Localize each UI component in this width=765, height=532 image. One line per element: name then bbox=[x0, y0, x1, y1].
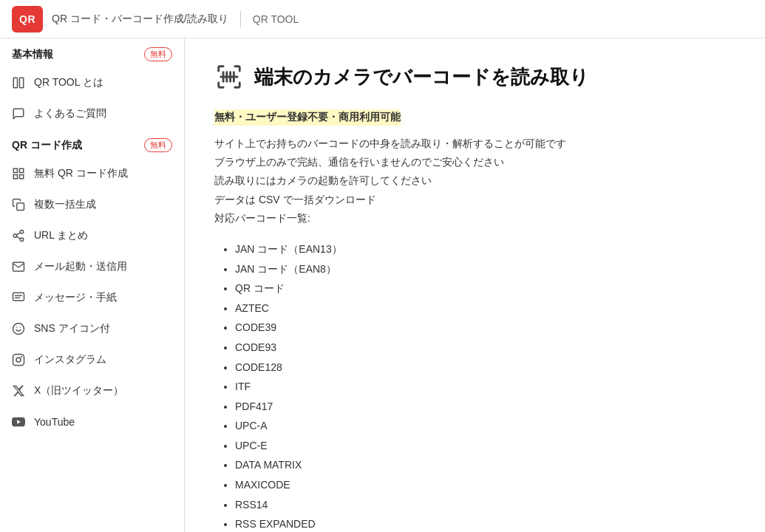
sidebar-item-x-twitter[interactable]: X（旧ツイッター） bbox=[0, 375, 184, 406]
header-divider bbox=[240, 11, 241, 27]
sidebar-item-sns-icon[interactable]: SNS アイコン付 bbox=[0, 313, 184, 344]
barcode-list-item: CODE93 bbox=[235, 338, 735, 358]
sidebar-item-what-is-qrtool[interactable]: QR TOOL とは bbox=[0, 67, 184, 98]
header-title: QR コード・バーコード作成/読み取り bbox=[52, 13, 228, 26]
book-icon bbox=[10, 75, 27, 91]
chat-icon bbox=[10, 106, 27, 122]
badge-free-basic: 無料 bbox=[144, 47, 172, 61]
barcode-list-item: PDF417 bbox=[235, 397, 735, 417]
barcode-scan-icon bbox=[214, 62, 244, 92]
barcode-list-item: QR コード bbox=[235, 279, 735, 299]
main-content: 端末のカメラでバーコードを読み取り 無料・ユーザー登録不要・商用利用可能 サイト… bbox=[185, 38, 765, 532]
grid-icon bbox=[10, 166, 27, 182]
sidebar-label-bulk-create: 複数一括生成 bbox=[34, 198, 96, 211]
sidebar-label-email: メール起動・送信用 bbox=[34, 260, 127, 273]
youtube-icon bbox=[10, 414, 27, 430]
description-block: サイト上でお持ちのバーコードの中身を読み取り・解析することが可能ですブラウザ上の… bbox=[214, 134, 735, 228]
sidebar-item-message[interactable]: メッセージ・手紙 bbox=[0, 282, 184, 313]
description-line: データは CSV で一括ダウンロード bbox=[214, 191, 735, 209]
header: QR QR コード・バーコード作成/読み取り QR TOOL bbox=[0, 0, 765, 38]
share-icon bbox=[10, 228, 27, 244]
svg-point-19 bbox=[16, 358, 21, 362]
instagram-icon bbox=[10, 352, 27, 368]
svg-rect-1 bbox=[20, 78, 24, 88]
sidebar: 基本情報 無料 QR TOOL とは よくあるご質問 QR コード作成 無料 bbox=[0, 38, 185, 532]
page-title: 端末のカメラでバーコードを読み取り bbox=[254, 64, 589, 90]
barcode-list-item: UPC-A bbox=[235, 416, 735, 436]
sidebar-label-url-collect: URL まとめ bbox=[34, 229, 88, 242]
sidebar-item-free-qr[interactable]: 無料 QR コード作成 bbox=[0, 158, 184, 189]
barcode-list-item: JAN コード（EAN8） bbox=[235, 259, 735, 279]
sidebar-section-title-qr: QR コード作成 bbox=[12, 139, 82, 152]
sidebar-label-instagram: インスタグラム bbox=[34, 353, 106, 366]
layout: 基本情報 無料 QR TOOL とは よくあるご質問 QR コード作成 無料 bbox=[0, 38, 765, 532]
svg-rect-6 bbox=[17, 203, 24, 211]
barcode-list-item: RSS EXPANDED bbox=[235, 514, 735, 532]
badge-free-qr: 無料 bbox=[144, 138, 172, 152]
barcode-list-item: ITF bbox=[235, 377, 735, 397]
highlight-text: 無料・ユーザー登録不要・商用利用可能 bbox=[214, 109, 401, 126]
svg-rect-3 bbox=[20, 168, 24, 172]
description-line: サイト上でお持ちのバーコードの中身を読み取り・解析することが可能です bbox=[214, 134, 735, 153]
barcode-list-item: CODE39 bbox=[235, 318, 735, 338]
sidebar-label-faq: よくあるご質問 bbox=[34, 107, 106, 120]
barcode-list-item: AZTEC bbox=[235, 299, 735, 318]
svg-rect-12 bbox=[13, 293, 24, 301]
header-subtitle: QR TOOL bbox=[253, 13, 299, 25]
description-line: 対応バーコード一覧: bbox=[214, 209, 735, 228]
page-heading: 端末のカメラでバーコードを読み取り bbox=[214, 62, 735, 92]
sidebar-label-free-qr: 無料 QR コード作成 bbox=[34, 167, 128, 180]
sidebar-item-bulk-create[interactable]: 複数一括生成 bbox=[0, 189, 184, 220]
svg-line-11 bbox=[16, 233, 20, 235]
svg-rect-2 bbox=[13, 168, 17, 172]
logo-text: QR bbox=[19, 13, 35, 25]
barcode-list-item: MAXICODE bbox=[235, 475, 735, 495]
sidebar-label-message: メッセージ・手紙 bbox=[34, 291, 117, 304]
svg-rect-0 bbox=[13, 78, 17, 88]
svg-rect-4 bbox=[13, 175, 17, 179]
barcode-list-item: UPC-E bbox=[235, 436, 735, 456]
barcode-list-item: DATA MATRIX bbox=[235, 455, 735, 475]
description-line: ブラウザ上のみで完結、通信を行いませんのでご安心ください bbox=[214, 153, 735, 171]
barcode-list-item: JAN コード（EAN13） bbox=[235, 239, 735, 259]
message-icon bbox=[10, 290, 27, 306]
barcode-list-item: RSS14 bbox=[235, 495, 735, 515]
logo-icon[interactable]: QR bbox=[12, 6, 43, 33]
svg-rect-18 bbox=[13, 355, 24, 366]
sidebar-item-email[interactable]: メール起動・送信用 bbox=[0, 251, 184, 282]
svg-point-15 bbox=[13, 324, 24, 335]
sidebar-item-instagram[interactable]: インスタグラム bbox=[0, 344, 184, 375]
description-line: 読み取りにはカメラの起動を許可してください bbox=[214, 171, 735, 190]
sidebar-item-faq[interactable]: よくあるご質問 bbox=[0, 98, 184, 129]
sidebar-label-sns-icon: SNS アイコン付 bbox=[34, 322, 110, 335]
sidebar-section-basic-info: 基本情報 無料 bbox=[0, 38, 184, 67]
emoji-icon bbox=[10, 321, 27, 337]
svg-point-20 bbox=[21, 357, 22, 358]
barcode-list-item: CODE128 bbox=[235, 358, 735, 378]
sidebar-section-qr-create: QR コード作成 無料 bbox=[0, 129, 184, 158]
x-twitter-icon bbox=[10, 383, 27, 399]
sidebar-item-url-collect[interactable]: URL まとめ bbox=[0, 220, 184, 251]
svg-line-10 bbox=[16, 236, 20, 239]
svg-rect-5 bbox=[20, 175, 24, 179]
mail-icon bbox=[10, 259, 27, 275]
barcode-list: JAN コード（EAN13）JAN コード（EAN8）QR コードAZTECCO… bbox=[214, 239, 735, 532]
sidebar-item-youtube[interactable]: YouTube bbox=[0, 406, 184, 437]
sidebar-section-title-basic: 基本情報 bbox=[12, 48, 53, 61]
copy-icon bbox=[10, 197, 27, 213]
sidebar-label-youtube: YouTube bbox=[34, 416, 75, 428]
sidebar-label-x-twitter: X（旧ツイッター） bbox=[34, 384, 123, 398]
sidebar-label-what-is-qrtool: QR TOOL とは bbox=[34, 76, 103, 89]
